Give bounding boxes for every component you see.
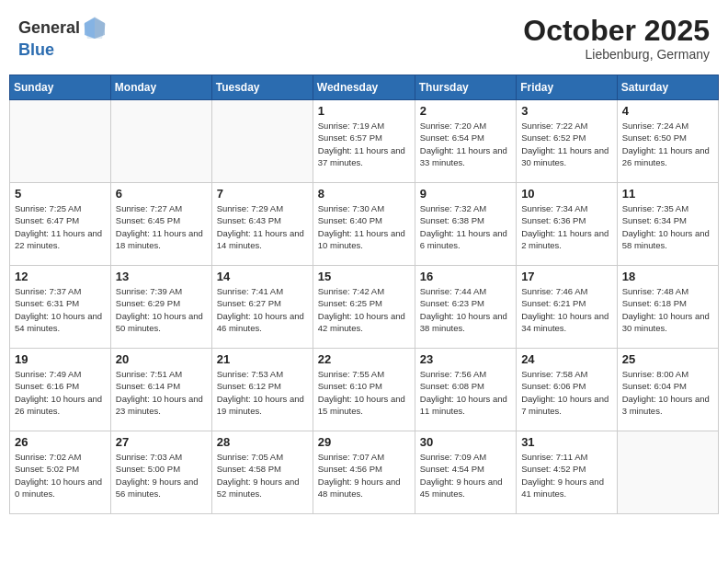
- day-cell: 27Sunrise: 7:03 AM Sunset: 5:00 PM Dayli…: [110, 431, 211, 514]
- day-cell: 13Sunrise: 7:39 AM Sunset: 6:29 PM Dayli…: [110, 266, 211, 349]
- day-number: 31: [521, 435, 612, 449]
- day-cell: 7Sunrise: 7:29 AM Sunset: 6:43 PM Daylig…: [211, 183, 313, 266]
- day-cell: 8Sunrise: 7:30 AM Sunset: 6:40 PM Daylig…: [313, 183, 415, 266]
- day-number: 9: [420, 187, 511, 201]
- day-info: Sunrise: 7:19 AM Sunset: 6:57 PM Dayligh…: [318, 120, 410, 168]
- day-info: Sunrise: 7:11 AM Sunset: 4:52 PM Dayligh…: [521, 451, 612, 500]
- day-info: Sunrise: 7:42 AM Sunset: 6:25 PM Dayligh…: [318, 285, 410, 334]
- day-number: 7: [217, 187, 308, 201]
- day-number: 6: [116, 187, 207, 201]
- day-cell: 30Sunrise: 7:09 AM Sunset: 4:54 PM Dayli…: [415, 431, 516, 514]
- day-number: 26: [15, 435, 106, 449]
- header-sunday: Sunday: [10, 75, 111, 100]
- day-number: 19: [15, 352, 106, 366]
- day-cell: 10Sunrise: 7:34 AM Sunset: 6:36 PM Dayli…: [517, 183, 618, 266]
- week-row-0: 1Sunrise: 7:19 AM Sunset: 6:57 PM Daylig…: [10, 100, 719, 183]
- day-cell: 12Sunrise: 7:37 AM Sunset: 6:31 PM Dayli…: [10, 266, 111, 349]
- day-info: Sunrise: 7:32 AM Sunset: 6:38 PM Dayligh…: [420, 202, 511, 251]
- day-info: Sunrise: 7:49 AM Sunset: 6:16 PM Dayligh…: [15, 368, 106, 417]
- day-cell: 17Sunrise: 7:46 AM Sunset: 6:21 PM Dayli…: [517, 266, 618, 349]
- day-info: Sunrise: 7:51 AM Sunset: 6:14 PM Dayligh…: [116, 368, 207, 417]
- day-number: 8: [318, 187, 410, 201]
- day-cell: 4Sunrise: 7:24 AM Sunset: 6:50 PM Daylig…: [617, 100, 718, 183]
- day-info: Sunrise: 7:05 AM Sunset: 4:58 PM Dayligh…: [217, 451, 308, 500]
- day-number: 27: [116, 435, 207, 449]
- day-info: Sunrise: 7:25 AM Sunset: 6:47 PM Dayligh…: [15, 202, 106, 251]
- day-number: 24: [521, 352, 612, 366]
- title-block: October 2025 Liebenburg, Germany: [523, 15, 710, 62]
- day-cell: 2Sunrise: 7:20 AM Sunset: 6:54 PM Daylig…: [415, 100, 516, 183]
- header-saturday: Saturday: [617, 75, 718, 100]
- day-number: 4: [622, 104, 713, 118]
- day-cell: [617, 431, 718, 514]
- day-info: Sunrise: 7:30 AM Sunset: 6:40 PM Dayligh…: [318, 202, 410, 251]
- day-cell: [110, 100, 211, 183]
- day-number: 11: [622, 187, 713, 201]
- header-tuesday: Tuesday: [211, 75, 313, 100]
- day-cell: 3Sunrise: 7:22 AM Sunset: 6:52 PM Daylig…: [517, 100, 618, 183]
- calendar-location: Liebenburg, Germany: [523, 47, 710, 62]
- day-number: 28: [217, 435, 308, 449]
- calendar-table: SundayMondayTuesdayWednesdayThursdayFrid…: [9, 75, 719, 514]
- calendar-title: October 2025: [523, 15, 710, 47]
- day-cell: 15Sunrise: 7:42 AM Sunset: 6:25 PM Dayli…: [313, 266, 415, 349]
- svg-marker-1: [95, 17, 105, 39]
- day-number: 1: [318, 104, 410, 118]
- day-number: 17: [521, 270, 612, 283]
- logo-general: General: [18, 18, 80, 38]
- day-cell: [10, 100, 111, 183]
- day-number: 20: [116, 352, 207, 366]
- page-header: General Blue October 2025 Liebenburg, Ge…: [9, 9, 719, 67]
- day-number: 3: [521, 104, 612, 118]
- day-info: Sunrise: 7:56 AM Sunset: 6:08 PM Dayligh…: [420, 368, 511, 417]
- day-cell: 6Sunrise: 7:27 AM Sunset: 6:45 PM Daylig…: [110, 183, 211, 266]
- day-cell: 26Sunrise: 7:02 AM Sunset: 5:02 PM Dayli…: [10, 431, 111, 514]
- day-info: Sunrise: 7:29 AM Sunset: 6:43 PM Dayligh…: [217, 202, 308, 251]
- day-info: Sunrise: 7:20 AM Sunset: 6:54 PM Dayligh…: [420, 120, 511, 168]
- day-cell: 5Sunrise: 7:25 AM Sunset: 6:47 PM Daylig…: [10, 183, 111, 266]
- day-number: 21: [217, 352, 308, 366]
- day-info: Sunrise: 7:09 AM Sunset: 4:54 PM Dayligh…: [420, 451, 511, 500]
- day-info: Sunrise: 7:39 AM Sunset: 6:29 PM Dayligh…: [116, 285, 207, 334]
- day-info: Sunrise: 7:03 AM Sunset: 5:00 PM Dayligh…: [116, 451, 207, 500]
- day-cell: 21Sunrise: 7:53 AM Sunset: 6:12 PM Dayli…: [211, 349, 313, 431]
- day-info: Sunrise: 7:55 AM Sunset: 6:10 PM Dayligh…: [318, 368, 410, 417]
- logo-blue: Blue: [18, 40, 54, 60]
- day-cell: 18Sunrise: 7:48 AM Sunset: 6:18 PM Dayli…: [617, 266, 718, 349]
- day-info: Sunrise: 7:48 AM Sunset: 6:18 PM Dayligh…: [622, 285, 713, 334]
- day-cell: 9Sunrise: 7:32 AM Sunset: 6:38 PM Daylig…: [415, 183, 516, 266]
- day-info: Sunrise: 7:35 AM Sunset: 6:34 PM Dayligh…: [622, 202, 713, 251]
- day-info: Sunrise: 7:02 AM Sunset: 5:02 PM Dayligh…: [15, 451, 106, 500]
- day-info: Sunrise: 7:22 AM Sunset: 6:52 PM Dayligh…: [521, 120, 612, 168]
- header-monday: Monday: [110, 75, 211, 100]
- day-number: 23: [420, 352, 511, 366]
- day-cell: 22Sunrise: 7:55 AM Sunset: 6:10 PM Dayli…: [313, 349, 415, 431]
- day-number: 15: [318, 270, 410, 283]
- header-wednesday: Wednesday: [313, 75, 415, 100]
- day-number: 13: [116, 270, 207, 283]
- calendar-header-row: SundayMondayTuesdayWednesdayThursdayFrid…: [10, 75, 719, 100]
- day-info: Sunrise: 7:44 AM Sunset: 6:23 PM Dayligh…: [420, 285, 511, 334]
- day-number: 22: [318, 352, 410, 366]
- header-friday: Friday: [517, 75, 618, 100]
- day-number: 25: [622, 352, 713, 366]
- day-cell: 31Sunrise: 7:11 AM Sunset: 4:52 PM Dayli…: [517, 431, 618, 514]
- day-info: Sunrise: 7:46 AM Sunset: 6:21 PM Dayligh…: [521, 285, 612, 334]
- day-info: Sunrise: 7:53 AM Sunset: 6:12 PM Dayligh…: [217, 368, 308, 417]
- day-number: 5: [15, 187, 106, 201]
- day-cell: 11Sunrise: 7:35 AM Sunset: 6:34 PM Dayli…: [617, 183, 718, 266]
- day-cell: 1Sunrise: 7:19 AM Sunset: 6:57 PM Daylig…: [313, 100, 415, 183]
- day-info: Sunrise: 7:07 AM Sunset: 4:56 PM Dayligh…: [318, 451, 410, 500]
- week-row-1: 5Sunrise: 7:25 AM Sunset: 6:47 PM Daylig…: [10, 183, 719, 266]
- day-number: 12: [15, 270, 106, 283]
- day-cell: 19Sunrise: 7:49 AM Sunset: 6:16 PM Dayli…: [10, 349, 111, 431]
- day-cell: [211, 100, 313, 183]
- day-number: 14: [217, 270, 308, 283]
- day-cell: 24Sunrise: 7:58 AM Sunset: 6:06 PM Dayli…: [517, 349, 618, 431]
- day-number: 10: [521, 187, 612, 201]
- day-cell: 23Sunrise: 7:56 AM Sunset: 6:08 PM Dayli…: [415, 349, 516, 431]
- day-cell: 20Sunrise: 7:51 AM Sunset: 6:14 PM Dayli…: [110, 349, 211, 431]
- day-cell: 29Sunrise: 7:07 AM Sunset: 4:56 PM Dayli…: [313, 431, 415, 514]
- day-number: 30: [420, 435, 511, 449]
- day-number: 29: [318, 435, 410, 449]
